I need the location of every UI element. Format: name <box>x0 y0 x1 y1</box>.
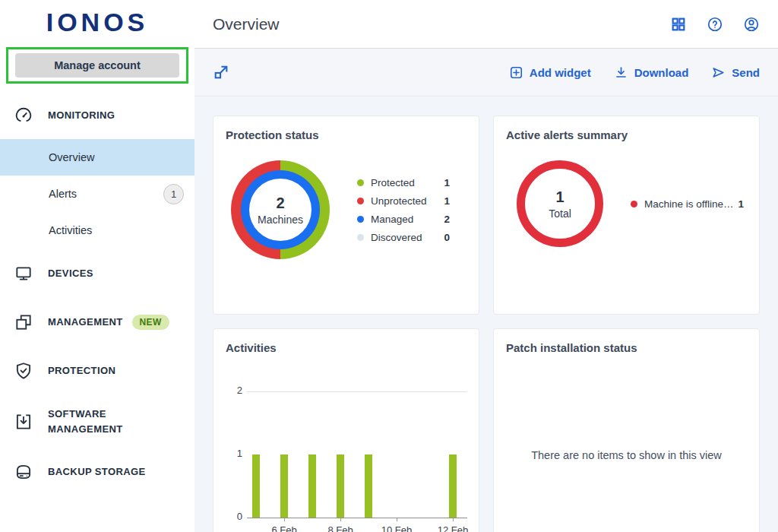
sidebar-item-overview[interactable]: Overview <box>0 139 194 176</box>
sidebar-nav: MONITORING Overview Alerts 1 Activities <box>0 104 194 483</box>
legend-value: 1 <box>444 177 450 188</box>
legend-value: 1 <box>738 198 744 210</box>
activity-bar <box>280 454 288 518</box>
x-axis-label: 6 Feb <box>271 524 296 532</box>
software-box-icon <box>13 411 34 432</box>
widget-protection-status: Protection status 2 Machines Protect <box>213 116 479 315</box>
sidebar-item-label: PROTECTION <box>48 363 115 378</box>
x-axis-label: 12 Feb <box>438 524 468 532</box>
widget-patch-status: Patch installation status There are no i… <box>493 328 760 532</box>
legend-row: Unprotected 1 <box>357 192 450 210</box>
alerts-legend: Machine is offline… 1 <box>631 195 744 213</box>
activity-bar <box>308 454 316 518</box>
legend-value: 2 <box>444 214 450 225</box>
plus-square-icon <box>509 65 523 80</box>
alert-dot <box>631 201 637 207</box>
sidebar-item-management[interactable]: MANAGEMENT NEW <box>0 311 194 334</box>
main-area: Overview <box>194 0 778 532</box>
manage-account-button[interactable]: Manage account <box>15 53 179 78</box>
expand-icon[interactable] <box>213 64 229 81</box>
sidebar-item-label: BACKUP STORAGE <box>48 464 146 480</box>
empty-state-message: There are no items to show in this view <box>531 449 722 461</box>
y-axis-label: 0 <box>226 511 242 522</box>
legend-row: Managed 2 <box>357 210 450 228</box>
sidebar-item-protection[interactable]: PROTECTION <box>0 359 194 382</box>
unprotected-dot <box>357 198 364 204</box>
ionos-logo: IONOS <box>0 8 194 37</box>
dashboard-toolbar: Add widget Download Send <box>194 49 778 97</box>
download-button[interactable]: Download <box>614 65 689 80</box>
empty-state: There are no items to show in this view <box>506 367 747 532</box>
sub-item-label: Overview <box>49 151 94 163</box>
download-icon <box>614 65 628 80</box>
sidebar-item-monitoring[interactable]: MONITORING <box>0 104 194 127</box>
shield-check-icon <box>13 360 34 382</box>
widget-title: Active alerts summary <box>506 128 747 141</box>
gauge-icon <box>13 105 34 126</box>
add-widget-button[interactable]: Add widget <box>509 65 591 80</box>
x-axis-label: 10 Feb <box>381 524 412 532</box>
legend-row: Discovered 0 <box>357 228 450 246</box>
machines-count: 2 <box>276 195 284 212</box>
widget-active-alerts: Active alerts summary 1 Total Machine is… <box>493 116 760 315</box>
sidebar-item-software-management[interactable]: SOFTWARE MANAGEMENT <box>0 407 194 436</box>
legend-value: 0 <box>444 232 450 243</box>
sub-item-label: Activities <box>49 224 92 236</box>
monitoring-sub-list: Overview Alerts 1 Activities <box>0 139 194 249</box>
send-label: Send <box>732 66 760 79</box>
protection-status-body: 2 Machines Protected 1 Unprotected <box>226 160 466 259</box>
account-icon[interactable] <box>743 16 760 33</box>
sidebar-item-alerts[interactable]: Alerts 1 <box>0 176 194 212</box>
apps-grid-icon[interactable] <box>670 16 687 33</box>
new-badge: NEW <box>132 315 169 330</box>
y-axis-label: 1 <box>226 448 242 459</box>
protection-donut-chart: 2 Machines <box>231 160 330 259</box>
widgets-grid: Protection status 2 Machines Protect <box>194 97 778 532</box>
monitor-icon <box>13 263 34 284</box>
toolbar-actions: Add widget Download Send <box>509 65 760 80</box>
legend-row: Machine is offline… 1 <box>631 195 744 213</box>
protection-legend: Protected 1 Unprotected 1 Managed 2 <box>357 173 450 246</box>
download-label: Download <box>634 66 689 79</box>
send-button[interactable]: Send <box>711 65 760 80</box>
legend-label: Machine is offline… <box>644 198 734 210</box>
legend-row: Protected 1 <box>357 173 450 192</box>
gridline <box>247 391 467 392</box>
activities-plot: 0126 Feb8 Feb10 Feb12 Feb <box>226 360 466 532</box>
sidebar: IONOS Manage account MONITORING Ove <box>0 0 194 532</box>
top-header: Overview <box>194 0 778 49</box>
alerts-total-count: 1 <box>555 188 564 206</box>
alerts-total-label: Total <box>549 207 571 220</box>
widget-title: Activities <box>226 341 466 354</box>
x-axis-tick <box>397 518 397 521</box>
x-axis-label: 8 Feb <box>327 524 353 532</box>
sidebar-item-devices[interactable]: DEVICES <box>0 262 194 285</box>
y-axis-label: 2 <box>226 385 242 396</box>
alerts-ring: 1 Total <box>517 160 603 247</box>
sidebar-item-label: SOFTWARE MANAGEMENT <box>48 407 147 436</box>
storage-drive-icon <box>13 461 34 483</box>
legend-label: Discovered <box>371 232 422 243</box>
sidebar-item-backup-storage[interactable]: BACKUP STORAGE <box>0 461 194 483</box>
activity-bar <box>337 454 344 518</box>
protected-dot <box>357 179 364 186</box>
annotation-highlight-box: Manage account <box>6 47 188 84</box>
machines-label: Machines <box>258 214 303 226</box>
legend-label: Protected <box>371 177 415 188</box>
add-widget-label: Add widget <box>530 66 591 79</box>
active-alerts-body: 1 Total Machine is offline… 1 <box>506 160 747 247</box>
legend-label: Unprotected <box>371 195 427 207</box>
x-axis-tick <box>453 518 454 521</box>
sidebar-item-activities[interactable]: Activities <box>0 212 194 249</box>
x-axis-line <box>247 518 467 518</box>
activity-bar <box>449 454 457 518</box>
sidebar-item-label: MANAGEMENT <box>48 315 123 330</box>
sidebar-item-label: DEVICES <box>48 266 93 281</box>
header-icons <box>670 16 760 33</box>
x-axis-tick <box>340 518 341 521</box>
x-axis-tick <box>284 518 285 521</box>
help-icon[interactable] <box>707 16 723 33</box>
protection-donut-center: 2 Machines <box>249 179 312 241</box>
layers-icon <box>13 312 34 333</box>
discovered-dot <box>357 234 364 241</box>
